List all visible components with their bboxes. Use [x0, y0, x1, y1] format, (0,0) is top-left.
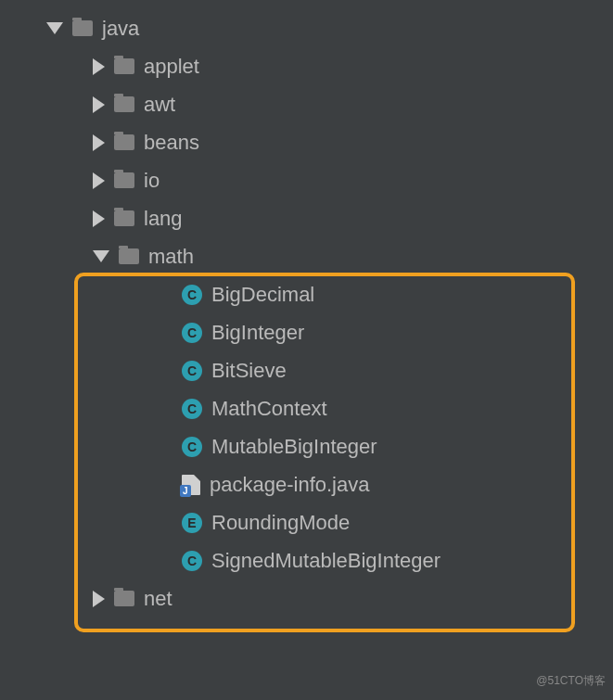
- folder-label: io: [144, 169, 160, 193]
- folder-label: awt: [144, 93, 175, 117]
- folder-icon: [114, 172, 134, 188]
- class-label: MathContext: [211, 397, 327, 421]
- class-icon: C: [182, 361, 202, 381]
- package-tree: java applet awt beans io lang math C Big…: [0, 0, 613, 617]
- folder-label: java: [102, 17, 139, 41]
- tree-class-bigdecimal[interactable]: C BigDecimal: [0, 275, 613, 313]
- chevron-down-icon: [93, 250, 109, 262]
- folder-label: beans: [144, 131, 199, 155]
- class-icon: C: [182, 285, 202, 305]
- tree-enum-roundingmode[interactable]: E RoundingMode: [0, 503, 613, 541]
- tree-folder-awt[interactable]: awt: [0, 85, 613, 123]
- class-icon: C: [182, 399, 202, 419]
- enum-label: RoundingMode: [211, 511, 350, 535]
- tree-folder-beans[interactable]: beans: [0, 123, 613, 161]
- folder-icon: [72, 20, 93, 36]
- chevron-right-icon: [93, 58, 105, 75]
- class-icon: C: [182, 551, 202, 571]
- folder-icon: [114, 58, 134, 74]
- tree-folder-lang[interactable]: lang: [0, 199, 613, 237]
- class-icon: C: [182, 437, 202, 457]
- tree-folder-math[interactable]: math: [0, 237, 613, 275]
- chevron-right-icon: [93, 134, 105, 151]
- tree-class-biginteger[interactable]: C BigInteger: [0, 313, 613, 351]
- chevron-right-icon: [93, 96, 105, 113]
- folder-label: applet: [144, 55, 199, 79]
- chevron-right-icon: [93, 210, 105, 227]
- class-label: MutableBigInteger: [211, 435, 377, 459]
- class-label: SignedMutableBigInteger: [211, 549, 441, 573]
- chevron-down-icon: [46, 22, 63, 34]
- chevron-right-icon: [93, 172, 105, 189]
- enum-icon: E: [182, 513, 202, 533]
- java-file-icon: [182, 475, 200, 495]
- chevron-right-icon: [93, 591, 105, 607]
- folder-label: net: [144, 587, 172, 611]
- folder-icon: [114, 96, 134, 112]
- tree-folder-net[interactable]: net: [0, 579, 613, 617]
- file-label: package-info.java: [210, 473, 369, 497]
- folder-icon: [114, 210, 134, 226]
- folder-label: math: [148, 245, 194, 269]
- watermark: @51CTO博客: [536, 673, 606, 689]
- tree-folder-java[interactable]: java: [0, 9, 613, 47]
- folder-icon: [114, 134, 134, 150]
- tree-file-package-info[interactable]: package-info.java: [0, 465, 613, 503]
- folder-icon: [119, 248, 139, 264]
- tree-class-mutablebiginteger[interactable]: C MutableBigInteger: [0, 427, 613, 465]
- tree-folder-applet[interactable]: applet: [0, 47, 613, 85]
- class-label: BitSieve: [211, 359, 287, 383]
- folder-icon: [114, 591, 134, 606]
- folder-label: lang: [144, 207, 183, 231]
- class-label: BigDecimal: [211, 283, 314, 307]
- tree-class-bitsieve[interactable]: C BitSieve: [0, 351, 613, 389]
- tree-class-signedmutablebiginteger[interactable]: C SignedMutableBigInteger: [0, 541, 613, 579]
- class-label: BigInteger: [211, 321, 304, 345]
- class-icon: C: [182, 323, 202, 343]
- tree-folder-io[interactable]: io: [0, 161, 613, 199]
- tree-class-mathcontext[interactable]: C MathContext: [0, 389, 613, 427]
